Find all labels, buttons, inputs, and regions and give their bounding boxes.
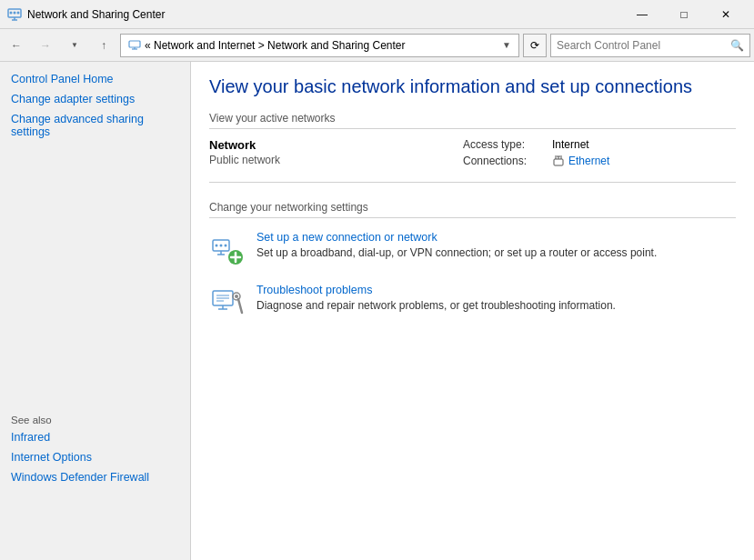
svg-rect-9	[554, 159, 563, 165]
network-access: Access type: Internet Connections:	[463, 138, 736, 167]
address-bar: ← → ▼ ↑ « Network and Internet > Network…	[0, 29, 754, 62]
svg-point-5	[17, 11, 20, 14]
recent-pages-button[interactable]: ▼	[62, 33, 87, 58]
breadcrumb-text: « Network and Internet > Network and Sha…	[145, 39, 498, 52]
up-button[interactable]: ↑	[91, 33, 116, 58]
address-field: « Network and Internet > Network and Sha…	[120, 34, 519, 57]
svg-point-18	[220, 245, 223, 247]
content-area: View your basic network information and …	[191, 62, 754, 560]
new-connection-link[interactable]: Set up a new connection or network	[256, 231, 736, 244]
network-type: Public network	[209, 154, 463, 166]
new-connection-text: Set up a new connection or network Set u…	[256, 231, 736, 259]
network-info: Network Public network	[209, 138, 463, 166]
svg-point-17	[216, 245, 218, 247]
svg-point-3	[10, 11, 13, 14]
sidebar-item-windows-defender[interactable]: Windows Defender Firewall	[11, 471, 179, 484]
sidebar-item-infrared[interactable]: Infrared	[11, 431, 179, 444]
sidebar-item-control-panel-home[interactable]: Control Panel Home	[11, 73, 179, 85]
troubleshoot-svg	[211, 285, 244, 318]
networking-settings-header: Change your networking settings	[209, 201, 736, 218]
troubleshoot-item: Troubleshoot problems Diagnose and repai…	[209, 284, 736, 320]
troubleshoot-link[interactable]: Troubleshoot problems	[256, 284, 736, 296]
minimize-button[interactable]: —	[621, 0, 663, 29]
active-networks-header: View your active networks	[209, 112, 736, 129]
ethernet-text: Ethernet	[568, 155, 609, 167]
sidebar: Control Panel Home Change adapter settin…	[0, 62, 191, 560]
network-name: Network	[209, 138, 463, 152]
main-container: Control Panel Home Change adapter settin…	[0, 62, 754, 560]
refresh-button[interactable]: ⟳	[523, 34, 547, 57]
see-also-section: See also Infrared Internet Options Windo…	[11, 415, 179, 484]
close-button[interactable]: ✕	[705, 0, 747, 29]
window-controls: — □ ✕	[621, 0, 747, 29]
svg-line-30	[238, 299, 242, 313]
svg-point-19	[225, 245, 227, 247]
access-type-row: Access type: Internet	[463, 138, 736, 151]
new-connection-svg	[211, 233, 244, 265]
maximize-button[interactable]: □	[663, 0, 705, 29]
sidebar-item-change-adapter[interactable]: Change adapter settings	[11, 93, 179, 105]
network-info-box: Network Public network Access type: Inte…	[209, 138, 736, 183]
address-dropdown-icon[interactable]: ▼	[502, 40, 511, 50]
search-input[interactable]	[557, 39, 730, 52]
ethernet-link[interactable]: Ethernet	[552, 155, 609, 167]
troubleshoot-text: Troubleshoot problems Diagnose and repai…	[256, 284, 736, 312]
search-icon: 🔍	[730, 39, 744, 52]
troubleshoot-desc: Diagnose and repair network problems, or…	[256, 299, 616, 312]
access-type-value: Internet	[552, 138, 589, 151]
title-bar: Network and Sharing Center — □ ✕	[0, 0, 754, 29]
window-icon	[7, 7, 22, 22]
connections-row: Connections: Ethernet	[463, 155, 736, 167]
svg-rect-6	[129, 41, 140, 47]
new-connection-item: Set up a new connection or network Set u…	[209, 231, 736, 267]
search-box[interactable]: 🔍	[550, 34, 750, 57]
connections-label: Connections:	[463, 155, 545, 167]
forward-button[interactable]: →	[33, 33, 58, 58]
sidebar-item-internet-options[interactable]: Internet Options	[11, 451, 179, 464]
window-title: Network and Sharing Center	[27, 8, 621, 21]
new-connection-desc: Set up a broadband, dial-up, or VPN conn…	[256, 246, 657, 259]
sidebar-item-change-advanced[interactable]: Change advanced sharingsettings	[11, 113, 179, 138]
see-also-title: See also	[11, 415, 179, 425]
access-type-label: Access type:	[463, 138, 545, 151]
svg-point-31	[235, 295, 238, 298]
svg-point-4	[14, 11, 16, 14]
new-connection-icon	[209, 231, 246, 267]
breadcrumb-icon	[128, 39, 141, 52]
ethernet-icon	[552, 155, 565, 167]
page-title: View your basic network information and …	[209, 76, 736, 97]
back-button[interactable]: ←	[4, 33, 29, 58]
troubleshoot-icon-container	[209, 284, 246, 320]
